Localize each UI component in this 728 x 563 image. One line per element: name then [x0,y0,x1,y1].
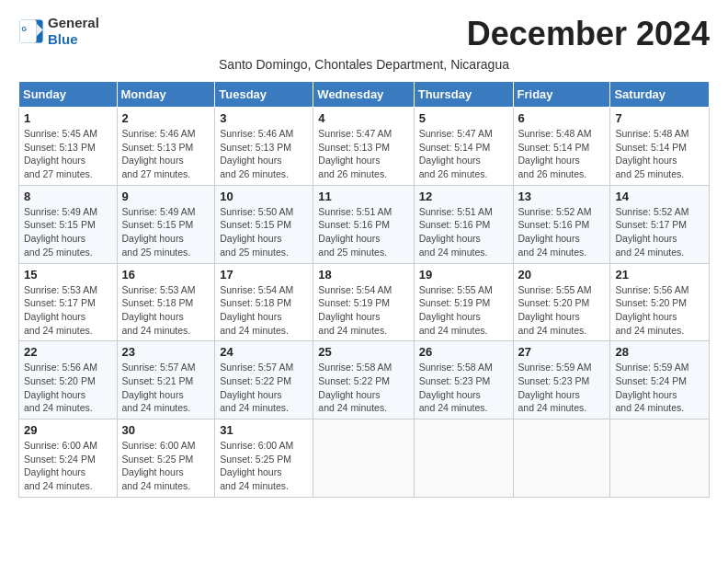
day-info: Sunrise: 5:46 AM Sunset: 5:13 PM Dayligh… [122,127,210,181]
day-number: 7 [615,111,704,125]
day-number: 13 [518,190,606,203]
weekday-header-monday: Monday [117,82,215,108]
day-info: Sunrise: 5:50 AM Sunset: 5:15 PM Dayligh… [220,205,308,259]
calendar-cell: 6 Sunrise: 5:48 AM Sunset: 5:14 PM Dayli… [513,108,610,186]
calendar-cell: 2 Sunrise: 5:46 AM Sunset: 5:13 PM Dayli… [117,108,215,186]
logo-icon: G [18,18,44,44]
day-info: Sunrise: 5:48 AM Sunset: 5:14 PM Dayligh… [615,127,704,181]
calendar-cell: 23 Sunrise: 5:57 AM Sunset: 5:21 PM Dayl… [117,341,215,419]
calendar-cell: 11 Sunrise: 5:51 AM Sunset: 5:16 PM Dayl… [313,185,414,263]
svg-text:G: G [22,26,28,32]
logo-text: General Blue [48,15,99,48]
calendar-cell: 22 Sunrise: 5:56 AM Sunset: 5:20 PM Dayl… [19,341,118,419]
day-info: Sunrise: 5:51 AM Sunset: 5:16 PM Dayligh… [419,205,508,259]
day-info: Sunrise: 5:49 AM Sunset: 5:15 PM Dayligh… [24,205,112,259]
day-info: Sunrise: 5:46 AM Sunset: 5:13 PM Dayligh… [220,127,308,181]
day-info: Sunrise: 5:54 AM Sunset: 5:19 PM Dayligh… [318,283,408,338]
day-info: Sunrise: 5:48 AM Sunset: 5:14 PM Dayligh… [518,127,606,181]
calendar-cell: 3 Sunrise: 5:46 AM Sunset: 5:13 PM Dayli… [215,108,313,186]
day-info: Sunrise: 5:58 AM Sunset: 5:22 PM Dayligh… [318,361,408,415]
logo-general: General [48,15,99,30]
calendar-cell: 13 Sunrise: 5:52 AM Sunset: 5:16 PM Dayl… [513,185,610,263]
day-info: Sunrise: 5:59 AM Sunset: 5:24 PM Dayligh… [615,361,704,415]
day-info: Sunrise: 5:55 AM Sunset: 5:20 PM Dayligh… [518,283,606,338]
day-number: 10 [220,190,308,203]
calendar-cell: 18 Sunrise: 5:54 AM Sunset: 5:19 PM Dayl… [313,263,414,341]
day-number: 24 [220,345,308,359]
day-info: Sunrise: 5:58 AM Sunset: 5:23 PM Dayligh… [419,361,508,415]
weekday-header-saturday: Saturday [610,82,710,108]
calendar-cell: 30 Sunrise: 6:00 AM Sunset: 5:25 PM Dayl… [117,419,215,498]
day-number: 4 [318,111,408,125]
day-number: 30 [122,423,210,437]
calendar-cell: 26 Sunrise: 5:58 AM Sunset: 5:23 PM Dayl… [414,341,513,419]
day-number: 17 [220,268,308,282]
day-info: Sunrise: 5:49 AM Sunset: 5:15 PM Dayligh… [122,205,210,259]
day-number: 28 [615,345,704,359]
calendar-cell: 24 Sunrise: 5:57 AM Sunset: 5:22 PM Dayl… [215,341,313,419]
day-info: Sunrise: 6:00 AM Sunset: 5:25 PM Dayligh… [220,439,308,493]
day-number: 31 [220,423,308,437]
day-number: 14 [615,190,704,203]
calendar-cell [414,419,513,498]
day-number: 29 [24,423,112,437]
day-number: 22 [24,345,112,359]
weekday-header-wednesday: Wednesday [313,82,414,108]
day-number: 26 [419,345,508,359]
calendar-cell: 25 Sunrise: 5:58 AM Sunset: 5:22 PM Dayl… [313,341,414,419]
logo-blue: Blue [48,31,78,47]
calendar-cell: 27 Sunrise: 5:59 AM Sunset: 5:23 PM Dayl… [513,341,610,419]
day-number: 25 [318,345,408,359]
day-info: Sunrise: 5:45 AM Sunset: 5:13 PM Dayligh… [24,127,112,181]
calendar-cell: 15 Sunrise: 5:53 AM Sunset: 5:17 PM Dayl… [19,263,118,341]
day-number: 19 [419,268,508,282]
day-info: Sunrise: 6:00 AM Sunset: 5:24 PM Dayligh… [24,439,112,493]
calendar-cell [313,419,414,498]
day-number: 12 [419,190,508,203]
day-info: Sunrise: 5:51 AM Sunset: 5:16 PM Dayligh… [318,205,408,259]
day-number: 20 [518,268,606,282]
month-title: December 2024 [467,15,710,53]
day-number: 16 [122,268,210,282]
calendar-cell: 17 Sunrise: 5:54 AM Sunset: 5:18 PM Dayl… [215,263,313,341]
day-number: 1 [24,111,112,125]
logo: G General Blue [18,15,99,48]
day-number: 5 [419,111,508,125]
day-info: Sunrise: 5:52 AM Sunset: 5:17 PM Dayligh… [615,205,704,259]
day-info: Sunrise: 5:55 AM Sunset: 5:19 PM Dayligh… [419,283,508,338]
calendar-cell: 28 Sunrise: 5:59 AM Sunset: 5:24 PM Dayl… [610,341,710,419]
day-number: 6 [518,111,606,125]
day-info: Sunrise: 5:47 AM Sunset: 5:14 PM Dayligh… [419,127,508,181]
calendar: SundayMondayTuesdayWednesdayThursdayFrid… [18,81,710,498]
calendar-cell: 9 Sunrise: 5:49 AM Sunset: 5:15 PM Dayli… [117,185,215,263]
calendar-cell: 21 Sunrise: 5:56 AM Sunset: 5:20 PM Dayl… [610,263,710,341]
calendar-cell: 8 Sunrise: 5:49 AM Sunset: 5:15 PM Dayli… [19,185,118,263]
day-number: 9 [122,190,210,203]
day-number: 8 [24,190,112,203]
day-number: 11 [318,190,408,203]
day-info: Sunrise: 5:56 AM Sunset: 5:20 PM Dayligh… [615,283,704,338]
day-info: Sunrise: 5:56 AM Sunset: 5:20 PM Dayligh… [24,361,112,415]
day-info: Sunrise: 5:53 AM Sunset: 5:17 PM Dayligh… [24,283,112,338]
day-info: Sunrise: 6:00 AM Sunset: 5:25 PM Dayligh… [122,439,210,493]
calendar-cell: 16 Sunrise: 5:53 AM Sunset: 5:18 PM Dayl… [117,263,215,341]
day-number: 27 [518,345,606,359]
calendar-cell: 4 Sunrise: 5:47 AM Sunset: 5:13 PM Dayli… [313,108,414,186]
day-info: Sunrise: 5:47 AM Sunset: 5:13 PM Dayligh… [318,127,408,181]
day-number: 3 [220,111,308,125]
day-number: 23 [122,345,210,359]
weekday-header-friday: Friday [513,82,610,108]
day-number: 21 [615,268,704,282]
calendar-cell: 31 Sunrise: 6:00 AM Sunset: 5:25 PM Dayl… [215,419,313,498]
day-number: 2 [122,111,210,125]
calendar-cell: 20 Sunrise: 5:55 AM Sunset: 5:20 PM Dayl… [513,263,610,341]
calendar-cell [610,419,710,498]
calendar-cell [513,419,610,498]
calendar-cell: 10 Sunrise: 5:50 AM Sunset: 5:15 PM Dayl… [215,185,313,263]
day-number: 18 [318,268,408,282]
day-info: Sunrise: 5:52 AM Sunset: 5:16 PM Dayligh… [518,205,606,259]
day-info: Sunrise: 5:57 AM Sunset: 5:21 PM Dayligh… [122,361,210,415]
calendar-cell: 29 Sunrise: 6:00 AM Sunset: 5:24 PM Dayl… [19,419,118,498]
day-info: Sunrise: 5:59 AM Sunset: 5:23 PM Dayligh… [518,361,606,415]
calendar-cell: 5 Sunrise: 5:47 AM Sunset: 5:14 PM Dayli… [414,108,513,186]
